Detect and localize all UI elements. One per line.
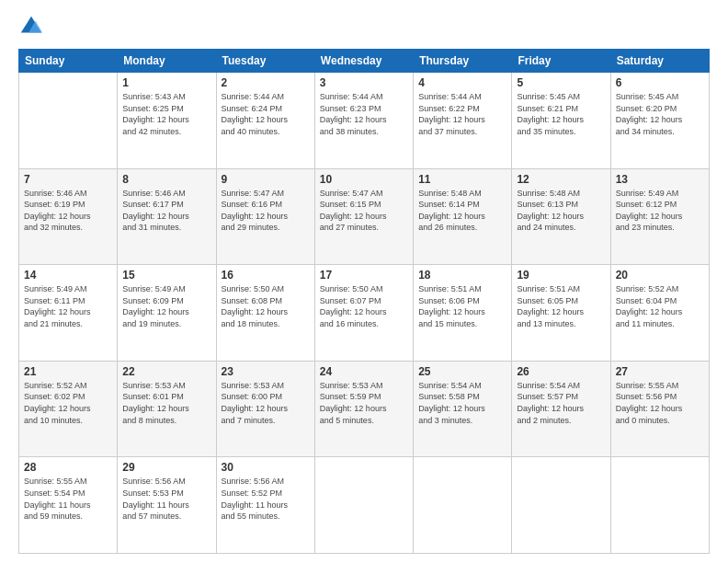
calendar-col-header: Friday bbox=[512, 50, 610, 73]
calendar-cell bbox=[314, 457, 413, 554]
calendar-cell: 13Sunrise: 5:49 AMSunset: 6:12 PMDayligh… bbox=[610, 168, 709, 265]
calendar-cell: 3Sunrise: 5:44 AMSunset: 6:23 PMDaylight… bbox=[314, 73, 413, 169]
header bbox=[18, 14, 710, 40]
day-number: 8 bbox=[122, 173, 210, 186]
calendar-cell: 16Sunrise: 5:50 AMSunset: 6:08 PMDayligh… bbox=[216, 265, 314, 362]
calendar-cell bbox=[19, 73, 118, 169]
day-info: Sunrise: 5:48 AMSunset: 6:13 PMDaylight:… bbox=[517, 188, 605, 234]
day-info: Sunrise: 5:53 AMSunset: 6:01 PMDaylight:… bbox=[122, 380, 210, 426]
day-number: 14 bbox=[24, 269, 112, 282]
calendar-cell: 15Sunrise: 5:49 AMSunset: 6:09 PMDayligh… bbox=[118, 265, 216, 362]
calendar-cell: 26Sunrise: 5:54 AMSunset: 5:57 PMDayligh… bbox=[512, 361, 610, 457]
day-number: 12 bbox=[517, 173, 605, 186]
day-number: 7 bbox=[24, 173, 112, 186]
day-number: 13 bbox=[616, 173, 704, 186]
calendar-cell: 9Sunrise: 5:47 AMSunset: 6:16 PMDaylight… bbox=[216, 168, 314, 265]
day-info: Sunrise: 5:54 AMSunset: 5:58 PMDaylight:… bbox=[418, 380, 506, 426]
day-info: Sunrise: 5:53 AMSunset: 6:00 PMDaylight:… bbox=[222, 380, 310, 426]
calendar-week-row: 14Sunrise: 5:49 AMSunset: 6:11 PMDayligh… bbox=[19, 265, 710, 362]
calendar-cell: 19Sunrise: 5:51 AMSunset: 6:05 PMDayligh… bbox=[512, 265, 610, 362]
calendar-table: SundayMondayTuesdayWednesdayThursdayFrid… bbox=[18, 49, 710, 554]
day-info: Sunrise: 5:56 AMSunset: 5:53 PMDaylight:… bbox=[122, 476, 210, 522]
calendar-cell: 12Sunrise: 5:48 AMSunset: 6:13 PMDayligh… bbox=[512, 168, 610, 265]
calendar-cell: 22Sunrise: 5:53 AMSunset: 6:01 PMDayligh… bbox=[118, 361, 216, 457]
day-number: 17 bbox=[320, 269, 408, 282]
day-number: 2 bbox=[222, 76, 310, 89]
page: SundayMondayTuesdayWednesdayThursdayFrid… bbox=[0, 0, 728, 563]
day-info: Sunrise: 5:49 AMSunset: 6:09 PMDaylight:… bbox=[122, 283, 210, 329]
calendar-cell: 2Sunrise: 5:44 AMSunset: 6:24 PMDaylight… bbox=[216, 73, 314, 169]
calendar-col-header: Tuesday bbox=[216, 50, 314, 73]
calendar-cell: 21Sunrise: 5:52 AMSunset: 6:02 PMDayligh… bbox=[19, 361, 118, 457]
day-info: Sunrise: 5:55 AMSunset: 5:56 PMDaylight:… bbox=[616, 380, 704, 426]
calendar-week-row: 28Sunrise: 5:55 AMSunset: 5:54 PMDayligh… bbox=[19, 457, 710, 554]
day-number: 15 bbox=[122, 269, 210, 282]
day-info: Sunrise: 5:56 AMSunset: 5:52 PMDaylight:… bbox=[222, 476, 310, 522]
calendar-col-header: Monday bbox=[118, 50, 216, 73]
calendar-week-row: 1Sunrise: 5:43 AMSunset: 6:25 PMDaylight… bbox=[19, 73, 710, 169]
day-number: 16 bbox=[222, 269, 310, 282]
calendar-cell: 1Sunrise: 5:43 AMSunset: 6:25 PMDaylight… bbox=[118, 73, 216, 169]
day-number: 1 bbox=[122, 76, 210, 89]
day-info: Sunrise: 5:48 AMSunset: 6:14 PMDaylight:… bbox=[418, 188, 506, 234]
day-info: Sunrise: 5:49 AMSunset: 6:12 PMDaylight:… bbox=[616, 188, 704, 234]
day-info: Sunrise: 5:47 AMSunset: 6:16 PMDaylight:… bbox=[222, 188, 310, 234]
day-number: 27 bbox=[616, 365, 704, 378]
calendar-cell bbox=[610, 457, 709, 554]
day-number: 3 bbox=[320, 76, 408, 89]
day-number: 28 bbox=[24, 461, 112, 474]
day-number: 29 bbox=[122, 461, 210, 474]
calendar-week-row: 7Sunrise: 5:46 AMSunset: 6:19 PMDaylight… bbox=[19, 168, 710, 265]
day-info: Sunrise: 5:43 AMSunset: 6:25 PMDaylight:… bbox=[122, 91, 210, 137]
calendar-cell: 23Sunrise: 5:53 AMSunset: 6:00 PMDayligh… bbox=[216, 361, 314, 457]
logo-icon bbox=[18, 14, 44, 40]
calendar-week-row: 21Sunrise: 5:52 AMSunset: 6:02 PMDayligh… bbox=[19, 361, 710, 457]
calendar-cell: 28Sunrise: 5:55 AMSunset: 5:54 PMDayligh… bbox=[19, 457, 118, 554]
calendar-cell: 7Sunrise: 5:46 AMSunset: 6:19 PMDaylight… bbox=[19, 168, 118, 265]
calendar-cell: 30Sunrise: 5:56 AMSunset: 5:52 PMDayligh… bbox=[216, 457, 314, 554]
calendar-header-row: SundayMondayTuesdayWednesdayThursdayFrid… bbox=[19, 50, 710, 73]
day-info: Sunrise: 5:47 AMSunset: 6:15 PMDaylight:… bbox=[320, 188, 408, 234]
calendar-cell: 29Sunrise: 5:56 AMSunset: 5:53 PMDayligh… bbox=[118, 457, 216, 554]
calendar-cell bbox=[512, 457, 610, 554]
calendar-col-header: Saturday bbox=[610, 50, 709, 73]
day-number: 25 bbox=[418, 365, 506, 378]
day-number: 6 bbox=[616, 76, 704, 89]
day-number: 9 bbox=[222, 173, 310, 186]
day-info: Sunrise: 5:52 AMSunset: 6:02 PMDaylight:… bbox=[24, 380, 112, 426]
logo bbox=[18, 14, 48, 40]
calendar-cell bbox=[414, 457, 512, 554]
day-info: Sunrise: 5:49 AMSunset: 6:11 PMDaylight:… bbox=[24, 283, 112, 329]
day-info: Sunrise: 5:46 AMSunset: 6:19 PMDaylight:… bbox=[24, 188, 112, 234]
calendar-cell: 20Sunrise: 5:52 AMSunset: 6:04 PMDayligh… bbox=[610, 265, 709, 362]
day-number: 24 bbox=[320, 365, 408, 378]
day-number: 26 bbox=[517, 365, 605, 378]
day-number: 23 bbox=[222, 365, 310, 378]
day-number: 19 bbox=[517, 269, 605, 282]
calendar-cell: 18Sunrise: 5:51 AMSunset: 6:06 PMDayligh… bbox=[414, 265, 512, 362]
day-info: Sunrise: 5:51 AMSunset: 6:05 PMDaylight:… bbox=[517, 283, 605, 329]
day-number: 5 bbox=[517, 76, 605, 89]
calendar-cell: 6Sunrise: 5:45 AMSunset: 6:20 PMDaylight… bbox=[610, 73, 709, 169]
day-info: Sunrise: 5:45 AMSunset: 6:20 PMDaylight:… bbox=[616, 91, 704, 137]
day-number: 20 bbox=[616, 269, 704, 282]
calendar-col-header: Sunday bbox=[19, 50, 118, 73]
day-info: Sunrise: 5:44 AMSunset: 6:22 PMDaylight:… bbox=[418, 91, 506, 137]
day-number: 11 bbox=[418, 173, 506, 186]
calendar-cell: 10Sunrise: 5:47 AMSunset: 6:15 PMDayligh… bbox=[314, 168, 413, 265]
calendar-cell: 27Sunrise: 5:55 AMSunset: 5:56 PMDayligh… bbox=[610, 361, 709, 457]
day-info: Sunrise: 5:54 AMSunset: 5:57 PMDaylight:… bbox=[517, 380, 605, 426]
day-number: 4 bbox=[418, 76, 506, 89]
day-number: 30 bbox=[222, 461, 310, 474]
day-info: Sunrise: 5:46 AMSunset: 6:17 PMDaylight:… bbox=[122, 188, 210, 234]
day-info: Sunrise: 5:53 AMSunset: 5:59 PMDaylight:… bbox=[320, 380, 408, 426]
calendar-cell: 11Sunrise: 5:48 AMSunset: 6:14 PMDayligh… bbox=[414, 168, 512, 265]
day-info: Sunrise: 5:52 AMSunset: 6:04 PMDaylight:… bbox=[616, 283, 704, 329]
calendar-cell: 4Sunrise: 5:44 AMSunset: 6:22 PMDaylight… bbox=[414, 73, 512, 169]
day-info: Sunrise: 5:44 AMSunset: 6:24 PMDaylight:… bbox=[222, 91, 310, 137]
day-info: Sunrise: 5:50 AMSunset: 6:07 PMDaylight:… bbox=[320, 283, 408, 329]
calendar-col-header: Thursday bbox=[414, 50, 512, 73]
calendar-cell: 17Sunrise: 5:50 AMSunset: 6:07 PMDayligh… bbox=[314, 265, 413, 362]
calendar-cell: 25Sunrise: 5:54 AMSunset: 5:58 PMDayligh… bbox=[414, 361, 512, 457]
day-number: 21 bbox=[24, 365, 112, 378]
